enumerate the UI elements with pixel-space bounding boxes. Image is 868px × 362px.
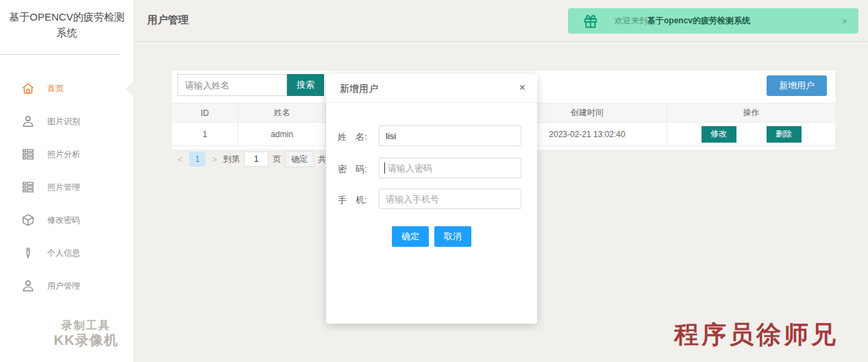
edit-button[interactable]: 修改 (702, 126, 736, 143)
phone-field[interactable] (379, 189, 521, 209)
sidebar-menu: 首页 图片识别 照片分析 (0, 72, 134, 302)
add-user-modal: 新增用户 × 姓 名: 密 码: 手 机: 确定 取消 (326, 74, 537, 324)
row-name: admin (238, 123, 326, 145)
search-input[interactable] (177, 74, 287, 96)
recorder-watermark-line1: 录制工具 (33, 319, 139, 332)
name-field[interactable] (379, 125, 521, 146)
pen-icon (21, 245, 36, 261)
sidebar-item-label: 修改密码 (47, 215, 80, 226)
recorder-watermark: 录制工具 KK录像机 (33, 319, 139, 348)
modal-header: 新增用户 × (326, 74, 537, 103)
gift-icon (582, 12, 599, 30)
password-field-wrap (379, 158, 521, 178)
phone-field-row: 手 机: (326, 189, 537, 209)
banner-close-icon[interactable]: × (842, 16, 847, 26)
sidebar-item-label: 照片管理 (47, 182, 80, 193)
modal-close-icon[interactable]: × (519, 82, 525, 93)
sidebar-item-user-management[interactable]: 用户管理 (0, 269, 134, 302)
text-caret (384, 162, 385, 173)
main-area: 用户管理 欢迎来到基于opencv的疲劳检测系统 × 搜索 新增用户 ID 姓 (134, 0, 868, 362)
current-page-button[interactable]: 1 (189, 152, 206, 167)
home-icon (21, 81, 36, 96)
goto-page-suffix: 页 (273, 154, 281, 165)
search-button[interactable]: 搜索 (287, 74, 324, 96)
row-operations: 修改 删除 (667, 123, 835, 145)
list-icon (21, 147, 36, 162)
phone-field-label: 手 机: (338, 194, 367, 206)
name-field-wrap (379, 125, 521, 146)
password-field-row: 密 码: (326, 158, 537, 178)
table-col-id: ID (172, 104, 238, 122)
sidebar-item-label: 个人信息 (47, 248, 80, 259)
modal-cancel-button[interactable]: 取消 (434, 226, 471, 247)
welcome-text: 欢迎来到基于opencv的疲劳检测系统 (615, 15, 750, 27)
name-field-row: 姓 名: (326, 125, 537, 146)
goto-page-prefix: 到第 (223, 154, 240, 165)
modal-confirm-button[interactable]: 确定 (392, 226, 429, 247)
sidebar-item-photo-analysis[interactable]: 照片分析 (0, 138, 134, 171)
total-count-partial: 共 (318, 154, 326, 165)
user-icon (21, 114, 36, 129)
next-page-icon[interactable]: > (210, 154, 219, 165)
sidebar-item-change-password[interactable]: 修改密码 (0, 204, 134, 237)
delete-button[interactable]: 删除 (767, 126, 802, 143)
page-title: 用户管理 (147, 14, 188, 27)
goto-page-input[interactable] (244, 152, 269, 167)
welcome-text-bold: 基于opencv的疲劳检测系统 (647, 16, 750, 25)
topbar: 用户管理 欢迎来到基于opencv的疲劳检测系统 × (134, 0, 868, 42)
sidebar-item-photo-management[interactable]: 照片管理 (0, 171, 134, 204)
sidebar-item-label: 照片分析 (47, 149, 80, 160)
add-user-button[interactable]: 新增用户 (767, 75, 827, 96)
sidebar-item-personal-info[interactable]: 个人信息 (0, 237, 134, 269)
author-watermark: 程序员徐师兄 (674, 318, 839, 352)
table-col-name: 姓名 (238, 104, 326, 122)
sidebar-item-label: 首页 (47, 83, 64, 95)
sidebar-item-label: 图片识别 (47, 116, 80, 128)
prev-page-icon[interactable]: < (175, 154, 185, 165)
cube-icon (21, 213, 36, 228)
table-col-operations: 操作 (667, 104, 835, 122)
goto-page-confirm-button[interactable]: 确定 (285, 151, 314, 167)
sidebar-item-home[interactable]: 首页 (0, 72, 134, 105)
welcome-banner: 欢迎来到基于opencv的疲劳检测系统 × (568, 8, 858, 34)
sidebar: 基于OPENCV的疲劳检测系统 首页 图片识别 (0, 0, 134, 362)
row-id: 1 (172, 123, 238, 145)
sidebar-item-image-recognition[interactable]: 图片识别 (0, 105, 134, 138)
sidebar-divider (0, 54, 121, 55)
recorder-watermark-line2: KK录像机 (33, 332, 139, 348)
welcome-text-prefix: 欢迎来到 (615, 16, 647, 25)
password-field[interactable] (379, 158, 521, 178)
sidebar-item-label: 用户管理 (47, 280, 80, 292)
phone-field-wrap (379, 189, 521, 209)
name-field-label: 姓 名: (338, 131, 367, 143)
list-icon (21, 180, 36, 195)
modal-title: 新增用户 (340, 83, 378, 95)
app-title: 基于OPENCV的疲劳检测系统 (5, 10, 128, 40)
user-icon (21, 278, 36, 293)
modal-buttons: 确定 取消 (326, 226, 537, 247)
password-field-label: 密 码: (338, 163, 367, 176)
pagination: < 1 > 到第 页 确定 共 (175, 151, 326, 167)
